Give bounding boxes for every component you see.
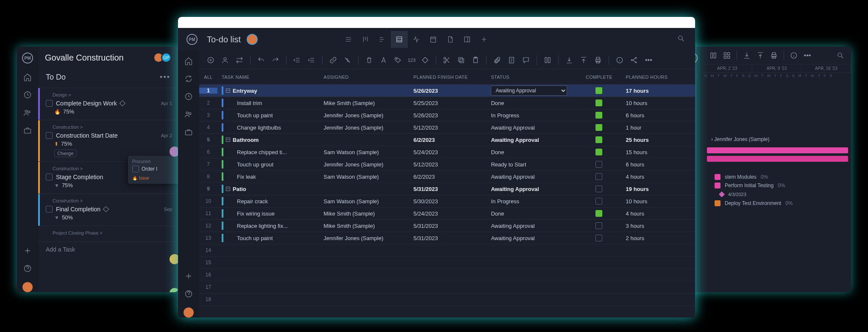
print-icon[interactable] xyxy=(592,54,604,66)
paste-icon[interactable] xyxy=(469,54,482,66)
th-all[interactable]: ALL xyxy=(199,75,217,80)
print-icon[interactable] xyxy=(768,49,780,62)
copy-icon[interactable] xyxy=(455,54,467,66)
clock-icon[interactable] xyxy=(184,92,193,101)
table-row[interactable]: 2Install trimMike Smith (Sample)5/25/202… xyxy=(199,97,695,109)
diamond-icon[interactable] xyxy=(419,54,431,66)
th-hours[interactable]: PLANNED HOURS xyxy=(622,75,695,80)
complete-checkbox[interactable] xyxy=(595,161,602,168)
complete-checkbox[interactable] xyxy=(595,112,602,119)
complete-checkbox[interactable] xyxy=(595,235,602,241)
complete-checkbox[interactable] xyxy=(595,222,602,229)
add-task-icon[interactable] xyxy=(204,54,217,66)
table-row[interactable]: 8Fix leakSam Watson (Sample)6/2/2023Awai… xyxy=(199,171,695,183)
task-card[interactable]: Project Closing Phase > xyxy=(38,226,178,241)
checkbox[interactable] xyxy=(46,132,53,139)
undo-icon[interactable] xyxy=(255,54,267,66)
complete-checkbox[interactable] xyxy=(595,149,602,155)
info-icon[interactable] xyxy=(787,49,800,62)
tab-gantt-icon[interactable] xyxy=(374,31,391,48)
redo-icon[interactable] xyxy=(269,54,282,66)
expander-icon[interactable]: − xyxy=(226,89,230,93)
table-row[interactable]: 3Touch up paintJennifer Jones (Sample)5/… xyxy=(199,109,695,122)
help-icon[interactable] xyxy=(23,264,32,273)
complete-checkbox[interactable] xyxy=(595,210,602,217)
complete-checkbox[interactable] xyxy=(595,198,602,205)
help-icon[interactable] xyxy=(184,290,193,298)
avatar[interactable] xyxy=(184,307,194,318)
tab-activity-icon[interactable] xyxy=(408,31,425,48)
task-card[interactable]: Construction >Final Completion Sep▼50% xyxy=(38,194,178,226)
briefcase-icon[interactable] xyxy=(184,128,193,136)
complete-checkbox[interactable] xyxy=(595,185,602,192)
th-date[interactable]: PLANNED FINISH DATE xyxy=(409,75,487,80)
avatar[interactable] xyxy=(247,34,258,45)
table-row[interactable]: 7Touch up groutJennifer Jones (Sample)5/… xyxy=(199,158,695,171)
unlink-icon[interactable] xyxy=(341,54,354,66)
table-row[interactable]: 4Change lightbulbsJennifer Jones (Sample… xyxy=(199,122,695,134)
attach-icon[interactable] xyxy=(491,54,504,66)
home-icon[interactable] xyxy=(184,57,193,65)
th-name[interactable]: TASK NAME xyxy=(217,75,320,80)
indent-icon[interactable] xyxy=(305,54,318,66)
table-row[interactable]: 1−Entryway5/26/2023Awaiting Approval17 h… xyxy=(199,85,695,97)
avatar[interactable] xyxy=(22,282,33,292)
table-row[interactable]: 16 xyxy=(199,269,695,281)
th-assigned[interactable]: ASSIGNED xyxy=(320,75,409,80)
avatar-stack[interactable]: GP xyxy=(156,53,171,63)
search-icon[interactable] xyxy=(674,35,688,44)
assign-icon[interactable] xyxy=(219,54,231,66)
checkbox[interactable] xyxy=(46,174,53,180)
grid-icon[interactable] xyxy=(721,49,733,62)
import-icon[interactable] xyxy=(740,49,753,62)
briefcase-icon[interactable] xyxy=(23,126,32,135)
table-row[interactable]: 9−Patio5/31/2023Awaiting Approval19 hour… xyxy=(199,183,695,195)
users-icon[interactable] xyxy=(184,110,193,119)
status-select[interactable]: Awaiting Approval xyxy=(491,86,567,96)
table-row[interactable]: 18 xyxy=(199,293,695,306)
tab-file-icon[interactable] xyxy=(442,31,459,48)
table-row[interactable]: 17 xyxy=(199,281,695,293)
checkbox[interactable] xyxy=(46,100,53,107)
checkbox[interactable] xyxy=(132,166,139,172)
checkbox[interactable] xyxy=(46,206,53,213)
home-icon[interactable] xyxy=(23,73,32,81)
task-card[interactable]: Design >Complete Design Work Apr 1🔥75% xyxy=(38,88,178,120)
more-icon[interactable]: ••• xyxy=(801,49,814,62)
th-status[interactable]: STATUS xyxy=(487,75,576,80)
outdent-icon[interactable] xyxy=(291,54,303,66)
plus-icon[interactable] xyxy=(23,246,32,255)
complete-checkbox[interactable] xyxy=(595,100,602,106)
tab-sheet-icon[interactable] xyxy=(391,31,408,48)
table-row[interactable]: 6Replace chipped ti...Sam Watson (Sample… xyxy=(199,146,695,158)
more-icon[interactable]: ••• xyxy=(642,54,655,66)
columns-icon[interactable] xyxy=(541,54,554,66)
share-icon[interactable] xyxy=(628,54,640,66)
table-row[interactable]: 14 xyxy=(199,244,695,257)
table-row[interactable]: 12Replace lighting fix...Mike Smith (Sam… xyxy=(199,220,695,232)
complete-checkbox[interactable] xyxy=(595,87,602,94)
search-icon[interactable] xyxy=(834,49,847,62)
gantt-item[interactable]: stem Modules 0% xyxy=(703,173,851,181)
clock-icon[interactable] xyxy=(23,91,32,99)
expander-icon[interactable]: − xyxy=(226,187,230,191)
export-icon[interactable] xyxy=(754,49,767,62)
tab-panel-icon[interactable] xyxy=(459,31,476,48)
table-row[interactable]: 13Touch up paintJennifer Jones (Sample)5… xyxy=(199,232,695,244)
gantt-item[interactable]: Perform Initial Testing 0% xyxy=(703,181,851,190)
complete-checkbox[interactable] xyxy=(595,136,602,143)
tab-list-icon[interactable] xyxy=(340,31,357,48)
swap-icon[interactable] xyxy=(233,54,246,66)
cut-icon[interactable] xyxy=(440,54,453,66)
table-row[interactable]: 11Fix wiring issueMike Smith (Sample)5/2… xyxy=(199,208,695,220)
expander-icon[interactable]: − xyxy=(226,138,230,142)
th-complete[interactable]: COMPLETE xyxy=(576,75,621,80)
note-icon[interactable] xyxy=(505,54,518,66)
gantt-item[interactable]: Deploy Test Environment 0% xyxy=(703,199,851,208)
font-icon[interactable] xyxy=(377,54,390,66)
table-row[interactable]: 10Repair crackSam Watson (Sample)5/30/20… xyxy=(199,195,695,208)
tab-calendar-icon[interactable] xyxy=(425,31,442,48)
tab-board-icon[interactable] xyxy=(357,31,374,48)
more-icon[interactable]: ••• xyxy=(160,73,170,82)
gantt-bar[interactable] xyxy=(707,147,848,153)
